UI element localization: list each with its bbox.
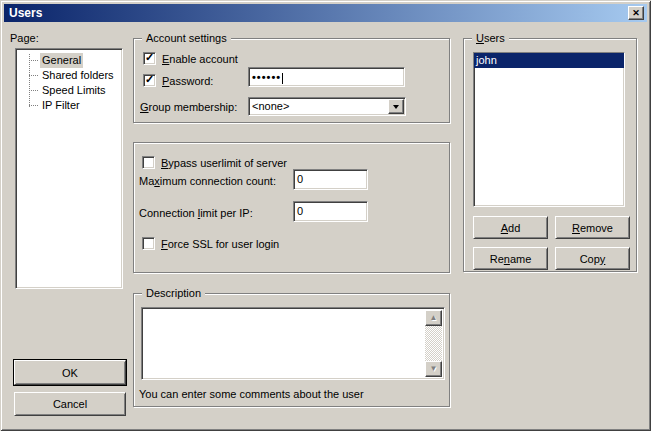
group-membership-value: <none> <box>252 100 289 113</box>
tree-item-ip-filter[interactable]: IP Filter <box>16 98 122 113</box>
chevron-down-icon <box>393 105 399 109</box>
ip-limit-label: Connection limit per IP: <box>139 207 253 220</box>
scroll-up-icon: ▲ <box>430 314 438 322</box>
description-textarea[interactable]: ▲ ▼ <box>141 307 445 380</box>
tree-item-label: Shared folders <box>40 68 116 83</box>
close-button[interactable]: ✕ <box>628 6 644 20</box>
remove-button-label: Remove <box>572 222 613 234</box>
group-membership-label: Group membership: <box>140 101 237 114</box>
description-hint: You can enter some comments about the us… <box>139 388 364 401</box>
cancel-button-label: Cancel <box>53 398 87 410</box>
scrollbar-track[interactable] <box>425 326 442 361</box>
users-listbox[interactable]: john <box>473 52 625 207</box>
page-label: Page: <box>10 32 39 45</box>
ip-limit-input[interactable]: 0 <box>293 201 368 222</box>
users-group-title: Users <box>472 32 509 45</box>
account-settings-title: Account settings <box>142 32 231 45</box>
password-input[interactable]: •••••• <box>248 67 405 87</box>
user-list-item[interactable]: john <box>474 53 624 68</box>
description-value <box>144 309 150 313</box>
ok-button[interactable]: OK <box>14 360 126 385</box>
max-connection-label: Maximum connection count: <box>139 175 276 188</box>
password-checkbox[interactable] <box>143 74 156 87</box>
tree-item-label: IP Filter <box>40 98 82 113</box>
tree-item-shared-folders[interactable]: Shared folders <box>16 68 122 83</box>
group-membership-select[interactable]: <none> <box>248 97 406 116</box>
user-name: john <box>476 54 497 66</box>
copy-button[interactable]: Copy <box>555 247 630 270</box>
enable-account-label[interactable]: Enable account <box>162 53 238 66</box>
scroll-up-button[interactable]: ▲ <box>425 310 442 326</box>
password-value: •••••• <box>252 71 281 83</box>
tree-item-label: General <box>40 53 83 68</box>
enable-account-checkbox[interactable] <box>143 52 156 65</box>
tree-item-general[interactable]: General <box>16 53 122 68</box>
tree-item-speed-limits[interactable]: Speed Limits <box>16 83 122 98</box>
rename-button-label: Rename <box>490 253 532 265</box>
users-dialog: Users ✕ Page: General Shared folders Spe… <box>0 0 651 431</box>
copy-button-label: Copy <box>580 253 606 265</box>
max-connection-input[interactable]: 0 <box>293 169 368 190</box>
description-title: Description <box>142 287 205 300</box>
add-button-label: Add <box>501 222 521 234</box>
ok-button-label: OK <box>62 367 78 379</box>
dropdown-button[interactable] <box>388 99 404 114</box>
description-scrollbar[interactable]: ▲ ▼ <box>425 310 442 377</box>
close-icon: ✕ <box>632 9 640 18</box>
window-title: Users <box>9 6 42 20</box>
password-label[interactable]: Password: <box>162 75 213 88</box>
titlebar: Users ✕ <box>4 4 647 22</box>
force-ssl-label[interactable]: Force SSL for user login <box>161 238 279 251</box>
bypass-userlimit-label[interactable]: Bypass userlimit of server <box>161 157 287 170</box>
remove-button[interactable]: Remove <box>555 216 630 239</box>
tree-item-label: Speed Limits <box>40 83 108 98</box>
bypass-userlimit-checkbox[interactable] <box>142 156 155 169</box>
cancel-button[interactable]: Cancel <box>14 392 126 416</box>
text-caret <box>282 73 283 84</box>
rename-button[interactable]: Rename <box>473 247 548 270</box>
add-button[interactable]: Add <box>473 216 548 239</box>
page-tree[interactable]: General Shared folders Speed Limits IP F… <box>15 48 123 289</box>
scroll-down-button[interactable]: ▼ <box>425 361 442 377</box>
scroll-down-icon: ▼ <box>430 365 438 373</box>
force-ssl-checkbox[interactable] <box>142 237 155 250</box>
